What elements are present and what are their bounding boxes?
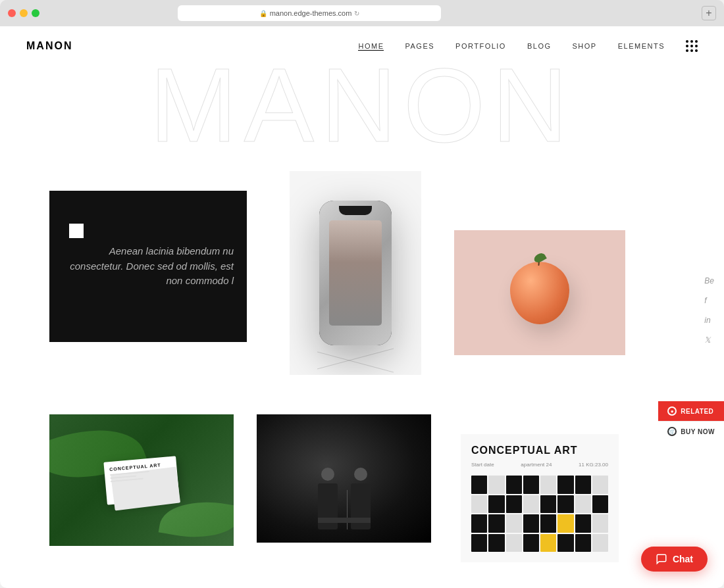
card-line-1 <box>110 470 149 475</box>
musician-head-2 <box>354 468 367 481</box>
art-card-meta: Start date apartment 24 11 KG:23.00 <box>471 462 608 468</box>
linkedin-icon[interactable]: in <box>704 316 714 325</box>
portfolio-item-musicians[interactable] <box>257 414 431 543</box>
grid-menu-icon[interactable] <box>686 40 698 52</box>
nav-link-home[interactable]: HOME <box>358 42 384 51</box>
dot-7 <box>686 49 688 52</box>
pattern-cell <box>592 534 608 552</box>
related-icon: ● <box>667 406 677 416</box>
art-start-date-label: Start date <box>471 462 494 468</box>
mic-stand <box>347 490 348 529</box>
portfolio-item-text-card[interactable]: Aenean lacinia bibendum nu consectetur. … <box>49 191 247 342</box>
pattern-cell <box>557 495 573 514</box>
pattern-cell <box>540 495 556 514</box>
facebook-icon[interactable]: f <box>704 296 714 305</box>
fullscreen-traffic-light[interactable] <box>32 9 39 17</box>
browser-window: 🔒 manon.edge-themes.com ↻ + MANON MANON … <box>0 0 724 588</box>
pattern-cell <box>557 534 573 552</box>
refresh-icon[interactable]: ↻ <box>354 10 359 17</box>
pattern-cell <box>471 514 487 533</box>
pattern-cell <box>540 476 556 494</box>
pattern-cell <box>523 514 539 533</box>
pattern-cell <box>592 495 608 514</box>
portfolio-item-leaves[interactable]: CONCEPTUAL ART <box>49 414 234 546</box>
website-content: MANON MANON HOME PAGES PORTFOLIO BLOG SH… <box>0 26 724 588</box>
white-square-icon <box>69 224 84 238</box>
background-watermark: MANON <box>0 53 724 158</box>
pattern-cell <box>488 476 504 494</box>
nav-link-pages[interactable]: PAGES <box>405 42 434 50</box>
pattern-cell <box>523 495 539 514</box>
pattern-cell <box>540 514 556 533</box>
art-card-title: CONCEPTUAL ART <box>471 445 608 456</box>
pattern-cell <box>506 476 522 494</box>
pattern-cell <box>488 534 504 552</box>
url-text: manon.edge-themes.com <box>270 9 352 17</box>
behance-icon[interactable]: Be <box>704 276 714 285</box>
dot-6 <box>695 45 698 47</box>
traffic-lights <box>8 9 39 17</box>
stand-line-1 <box>317 348 394 369</box>
art-time-label: 11 KG:23.00 <box>579 462 608 468</box>
phone-device <box>319 201 392 345</box>
portfolio-item-art-card[interactable]: CONCEPTUAL ART Start date apartment 24 1… <box>461 434 619 562</box>
buy-now-button[interactable]: 🛒 BUY NOW <box>658 421 724 441</box>
leaves-background: CONCEPTUAL ART <box>49 414 234 546</box>
minimize-traffic-light[interactable] <box>20 9 28 17</box>
stand-line-2 <box>317 351 394 372</box>
portfolio-item-text-content: Aenean lacinia bibendum nu consectetur. … <box>63 244 234 289</box>
phone-notch <box>339 206 372 215</box>
pattern-cell <box>506 514 522 533</box>
pattern-cell <box>471 476 487 494</box>
phone-stand-decoration <box>316 356 395 365</box>
dot-3 <box>695 40 698 43</box>
dot-9 <box>695 49 698 52</box>
pattern-cell <box>592 514 608 533</box>
new-tab-button[interactable]: + <box>702 6 716 20</box>
card-line-2 <box>110 475 136 478</box>
site-logo[interactable]: MANON <box>26 40 72 52</box>
pattern-cell <box>523 476 539 494</box>
art-pattern-grid <box>471 476 608 552</box>
lock-icon: 🔒 <box>259 10 267 17</box>
social-links-sidebar: Be f in 𝕏 <box>704 276 714 345</box>
pattern-cell <box>540 534 556 552</box>
side-action-buttons: ● RELATED 🛒 BUY NOW <box>658 401 724 441</box>
nav-links: HOME PAGES PORTFOLIO BLOG SHOP ELEMENTS <box>358 42 665 51</box>
chat-label: Chat <box>673 554 693 564</box>
cart-icon: 🛒 <box>667 427 677 436</box>
pattern-cell <box>506 495 522 514</box>
nav-link-portfolio[interactable]: PORTFOLIO <box>455 42 506 50</box>
pattern-cell <box>557 476 573 494</box>
phone-screen-content <box>329 220 382 326</box>
chat-bubble-icon <box>656 553 667 565</box>
musicians-scene <box>257 414 431 543</box>
business-card: CONCEPTUAL ART <box>103 456 179 504</box>
nav-link-elements[interactable]: ELEMENTS <box>618 42 665 50</box>
pattern-cell <box>575 476 591 494</box>
browser-titlebar: 🔒 manon.edge-themes.com ↻ + <box>0 0 724 26</box>
pattern-cell <box>488 514 504 533</box>
close-traffic-light[interactable] <box>8 9 16 17</box>
table-prop <box>318 518 371 523</box>
pattern-cell <box>471 495 487 514</box>
portfolio-item-phone[interactable] <box>290 171 421 375</box>
related-button[interactable]: ● RELATED <box>658 401 724 421</box>
pattern-cell <box>575 514 591 533</box>
dot-5 <box>690 45 693 47</box>
chat-button[interactable]: Chat <box>641 547 708 572</box>
portfolio-item-peach[interactable] <box>454 230 625 355</box>
dot-2 <box>690 40 693 43</box>
dot-1 <box>686 40 688 43</box>
address-bar[interactable]: 🔒 manon.edge-themes.com ↻ <box>178 5 441 21</box>
twitter-icon[interactable]: 𝕏 <box>704 335 714 345</box>
pattern-cell <box>506 534 522 552</box>
pattern-cell <box>592 476 608 494</box>
nav-link-shop[interactable]: SHOP <box>573 42 597 50</box>
pattern-cell <box>575 495 591 514</box>
pattern-cell <box>471 534 487 552</box>
related-label: RELATED <box>681 408 713 415</box>
nav-link-blog[interactable]: BLOG <box>527 42 552 50</box>
navigation: MANON HOME PAGES PORTFOLIO BLOG SHOP ELE… <box>0 26 724 66</box>
pattern-cell <box>557 514 573 533</box>
